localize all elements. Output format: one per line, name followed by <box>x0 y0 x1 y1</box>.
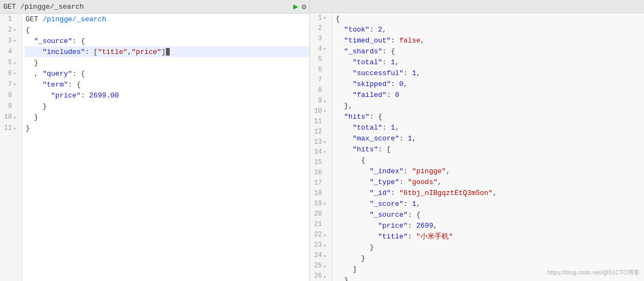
line-number: 21 <box>313 219 329 229</box>
line-number: 1▾ <box>313 13 329 23</box>
line-number: 5▴ <box>3 57 18 68</box>
code-line: } <box>24 123 309 133</box>
line-number: 13▾ <box>313 137 329 147</box>
settings-icon[interactable]: ⚙ <box>302 2 306 11</box>
line-number: 7▾ <box>3 79 18 90</box>
code-line: "total": 1, <box>335 57 644 68</box>
line-number: 2 <box>313 23 329 34</box>
code-line: } <box>24 101 309 112</box>
code-line: }, <box>335 100 644 111</box>
line-number: 4▾ <box>313 44 329 54</box>
line-number: 2▾ <box>3 25 18 35</box>
right-panel: 1▾234▾56789▴10▾111213▾14▾1516171819▾2021… <box>310 0 644 281</box>
left-panel: GET /pingge/_search ▶ ⚙ 12▾3▾45▴6▾7▾8910… <box>0 0 310 281</box>
code-line: "total": 1, <box>335 122 644 133</box>
watermark: https://blog.csdn.net/@51CTO博客 <box>547 268 640 277</box>
line-number: 9 <box>3 101 18 112</box>
request-url: GET /pingge/_search <box>3 3 293 11</box>
code-line: "_shards": { <box>335 46 644 57</box>
line-number: 3 <box>313 34 329 44</box>
line-number: 25▴ <box>313 260 329 271</box>
line-number: 1 <box>3 14 18 25</box>
code-line: "_source": { <box>24 35 309 46</box>
code-line: "_source": { <box>335 209 644 220</box>
code-line: "price": 2699, <box>335 220 644 231</box>
line-number: 8 <box>3 90 18 101</box>
code-line: "_type": "goods", <box>335 176 644 187</box>
code-line: { <box>24 25 309 35</box>
code-line: { <box>335 155 644 166</box>
cursor <box>166 48 170 56</box>
code-line: "successful": 1, <box>335 68 644 78</box>
line-number: 20 <box>313 209 329 219</box>
code-line: "max_score": 1, <box>335 133 644 144</box>
left-panel-header: GET /pingge/_search ▶ ⚙ <box>0 0 309 14</box>
line-number: 3▾ <box>3 35 18 46</box>
line-number: 16 <box>313 168 329 178</box>
code-line: , "query": { <box>24 68 309 79</box>
line-number: 5 <box>313 54 329 65</box>
code-line: "took": 2, <box>335 24 644 35</box>
line-number: 26▴ <box>313 271 329 281</box>
code-line: "hits": [ <box>335 144 644 155</box>
line-number: 6 <box>313 65 329 75</box>
code-line: "hits": { <box>335 111 644 122</box>
line-number: 17 <box>313 178 329 188</box>
right-line-numbers: 1▾234▾56789▴10▾111213▾14▾1516171819▾2021… <box>310 13 332 281</box>
left-code-lines[interactable]: GET /pingge/_search{ "_source": { "inclu… <box>22 14 309 281</box>
line-number: 7 <box>313 75 329 85</box>
code-line: } <box>24 57 309 68</box>
line-number: 24▴ <box>313 250 329 260</box>
line-number: 23▴ <box>313 240 329 250</box>
code-line: "title": "小米手机" <box>335 231 644 242</box>
right-code-lines: { "took": 2, "timed_out": false, "_shard… <box>332 13 644 281</box>
line-number: 9▴ <box>313 95 329 106</box>
code-line: "_id": "6tbj_nIBgqztEtQ3m5on", <box>335 187 644 198</box>
line-number: 10▴ <box>3 112 18 123</box>
code-line: } <box>335 253 644 264</box>
line-number: 18 <box>313 188 329 199</box>
code-line: GET /pingge/_search <box>24 14 309 25</box>
line-number: 8 <box>313 85 329 95</box>
line-number: 19▾ <box>313 199 329 209</box>
code-line: "_index": "pingge", <box>335 166 644 176</box>
header-icons: ▶ ⚙ <box>293 1 306 12</box>
line-number: 11▴ <box>3 123 18 133</box>
left-line-numbers: 12▾3▾45▴6▾7▾8910▴11▴ <box>0 14 22 281</box>
line-number: 14▾ <box>313 147 329 157</box>
code-line: "term": { <box>24 79 309 90</box>
line-number: 12 <box>313 126 329 137</box>
line-number: 15 <box>313 157 329 168</box>
code-line: { <box>335 13 644 24</box>
code-line: "includes": ["title","price"] <box>24 46 309 57</box>
code-line: "_score": 1, <box>335 198 644 209</box>
code-line: "skipped": 0, <box>335 78 644 89</box>
code-line: "timed_out": false, <box>335 35 644 46</box>
line-number: 11 <box>313 116 329 126</box>
code-line: "failed": 0 <box>335 89 644 100</box>
line-number: 4 <box>3 46 18 57</box>
right-panel-header <box>310 0 644 13</box>
code-line: } <box>335 242 644 253</box>
code-line: "price": 2699.00 <box>24 90 309 101</box>
code-line: } <box>24 112 309 123</box>
line-number: 22▴ <box>313 229 329 240</box>
left-code-area: 12▾3▾45▴6▾7▾8910▴11▴ GET /pingge/_search… <box>0 14 309 281</box>
right-code-area: 1▾234▾56789▴10▾111213▾14▾1516171819▾2021… <box>310 13 644 281</box>
line-number: 6▾ <box>3 68 18 79</box>
run-icon[interactable]: ▶ <box>293 1 299 12</box>
line-number: 10▾ <box>313 106 329 116</box>
